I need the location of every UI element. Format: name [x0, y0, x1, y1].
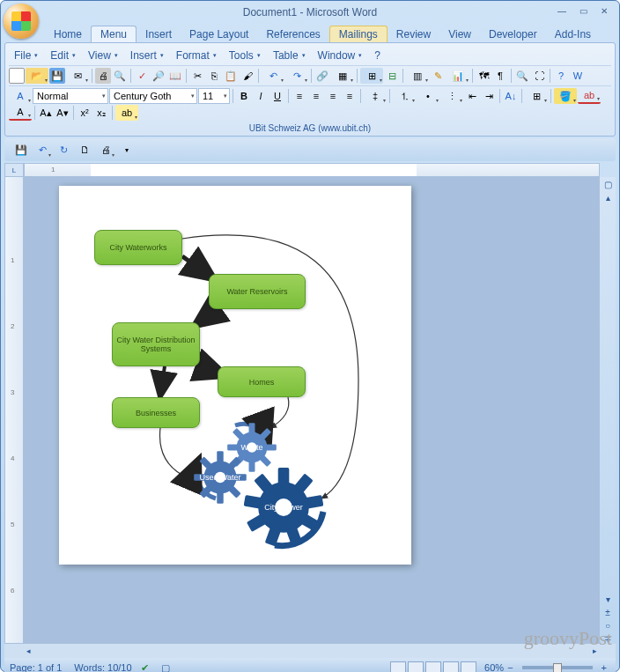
word-help-icon[interactable]: W: [570, 68, 586, 84]
save-icon[interactable]: 💾: [49, 68, 65, 84]
justify-icon[interactable]: ≡: [342, 88, 358, 104]
tab-review[interactable]: Review: [388, 26, 439, 42]
underline-icon[interactable]: U: [269, 88, 285, 104]
horizontal-scrollbar[interactable]: ◂ ▸: [24, 644, 600, 658]
numbered-list-icon[interactable]: ⒈: [393, 88, 416, 104]
menu-file[interactable]: File: [9, 48, 43, 63]
prev-page-icon[interactable]: ±: [605, 608, 610, 617]
research-icon[interactable]: 🔎: [151, 68, 166, 84]
flowbox-water-reservoirs[interactable]: Water Reservoirs: [209, 274, 306, 309]
undo-icon[interactable]: ↶: [262, 68, 284, 84]
excel-icon[interactable]: ⊟: [384, 68, 400, 84]
vertical-scrollbar[interactable]: ▢ ▴ ▾ ± ○ ∓: [600, 177, 616, 644]
columns-icon[interactable]: ▥: [406, 68, 429, 84]
open-icon[interactable]: 📂: [26, 68, 48, 84]
tab-view[interactable]: View: [439, 26, 480, 42]
print-layout-view-icon[interactable]: [390, 661, 406, 672]
align-right-icon[interactable]: ≡: [325, 88, 341, 104]
macro-record-icon[interactable]: ▢: [161, 662, 170, 673]
print-icon[interactable]: 🖨: [95, 68, 111, 84]
menu-format[interactable]: Format: [171, 48, 222, 63]
tab-references[interactable]: References: [257, 26, 328, 42]
gear-city-sewer[interactable]: City Sewer: [244, 468, 323, 547]
style-combo[interactable]: Normal: [33, 88, 108, 104]
decrease-indent-icon[interactable]: ⇤: [464, 88, 480, 104]
close-button[interactable]: ✕: [594, 4, 614, 17]
tab-insert[interactable]: Insert: [137, 26, 181, 42]
document-page[interactable]: City Waterworks Water Reservoirs City Wa…: [59, 186, 411, 565]
zoom-level[interactable]: 60%: [484, 662, 504, 672]
shading-icon[interactable]: 🪣: [554, 88, 577, 104]
align-left-icon[interactable]: ≡: [292, 88, 307, 104]
qat-customize-icon[interactable]: ▾: [117, 141, 137, 159]
highlight-icon[interactable]: ab: [578, 88, 601, 104]
change-case-icon[interactable]: ab: [115, 105, 138, 121]
italic-icon[interactable]: I: [253, 88, 269, 104]
flowbox-distribution[interactable]: City Water Distribution Systems: [112, 322, 200, 366]
mail-icon[interactable]: ✉: [66, 68, 89, 84]
qat-save-icon[interactable]: 💾: [11, 141, 31, 159]
tab-mailings[interactable]: Mailings: [329, 26, 388, 42]
doc-map-icon[interactable]: 🗺: [476, 68, 491, 84]
qat-undo-icon[interactable]: ↶: [33, 141, 52, 159]
tab-home[interactable]: Home: [45, 26, 91, 42]
zoom-out-icon[interactable]: −: [504, 662, 516, 672]
ruler-toggle-icon[interactable]: ▢: [604, 180, 612, 189]
fullscreen-icon[interactable]: ⛶: [531, 68, 547, 84]
horizontal-ruler[interactable]: 1 1 2 3 4 5: [24, 163, 600, 177]
menu-view[interactable]: View: [83, 48, 123, 63]
multilevel-list-icon[interactable]: ⋮: [440, 88, 463, 104]
tab-addins[interactable]: Add-Ins: [546, 26, 600, 42]
status-words[interactable]: Words: 10/10: [74, 662, 131, 672]
font-combo[interactable]: Century Goth: [109, 88, 197, 104]
align-center-icon[interactable]: ≡: [308, 88, 324, 104]
line-spacing-icon[interactable]: ‡: [364, 88, 387, 104]
cut-icon[interactable]: ✂: [189, 68, 205, 84]
chart-icon[interactable]: 📊: [447, 68, 469, 84]
proofing-icon[interactable]: ✔: [141, 662, 149, 673]
table-icon[interactable]: ▦: [331, 68, 354, 84]
help-icon[interactable]: ?: [553, 68, 569, 84]
scroll-up-icon[interactable]: ▴: [606, 193, 610, 203]
format-painter-icon[interactable]: 🖌: [240, 68, 255, 84]
border-icon[interactable]: ⊞: [525, 88, 548, 104]
print-preview-icon[interactable]: 🔍: [112, 68, 128, 84]
menu-tools[interactable]: Tools: [224, 48, 266, 63]
menu-window[interactable]: Window: [313, 48, 368, 63]
flowbox-city-waterworks[interactable]: City Waterworks: [94, 230, 182, 265]
show-marks-icon[interactable]: ¶: [492, 68, 508, 84]
sort-icon[interactable]: A↓: [503, 88, 519, 104]
increase-indent-icon[interactable]: ⇥: [481, 88, 497, 104]
qat-new-icon[interactable]: 🗋: [75, 141, 94, 159]
zoom-icon[interactable]: 🔍: [514, 68, 530, 84]
paste-icon[interactable]: 📋: [223, 68, 239, 84]
draft-view-icon[interactable]: [461, 661, 476, 672]
menu-edit[interactable]: Edit: [45, 48, 81, 63]
redo-icon[interactable]: ↷: [285, 68, 308, 84]
minimize-button[interactable]: ―: [552, 4, 572, 17]
bullet-list-icon[interactable]: •: [417, 88, 439, 104]
web-layout-view-icon[interactable]: [425, 661, 441, 672]
scroll-down-icon[interactable]: ▾: [606, 594, 610, 604]
vertical-ruler[interactable]: 1 2 3 4 5 6: [4, 177, 24, 644]
menu-table[interactable]: Table: [268, 48, 311, 63]
shrink-font-icon[interactable]: A▾: [55, 105, 70, 121]
qat-redo-icon[interactable]: ↻: [54, 141, 73, 159]
font-color-icon[interactable]: A: [9, 105, 32, 121]
tab-menu[interactable]: Menu: [91, 26, 137, 42]
flowbox-businesses[interactable]: Businesses: [112, 397, 200, 428]
document-area[interactable]: City Waterworks Water Reservoirs City Wa…: [24, 177, 600, 644]
new-doc-icon[interactable]: [9, 68, 25, 84]
drawing-icon[interactable]: ✎: [430, 68, 446, 84]
zoom-in-icon[interactable]: +: [598, 662, 610, 672]
subscript-icon[interactable]: x₂: [93, 105, 109, 121]
hyperlink-icon[interactable]: 🔗: [314, 68, 330, 84]
scroll-left-icon[interactable]: ◂: [24, 646, 33, 655]
tab-page-layout[interactable]: Page Layout: [181, 26, 257, 42]
outline-view-icon[interactable]: [443, 661, 459, 672]
menu-insert[interactable]: Insert: [125, 48, 169, 63]
grow-font-icon[interactable]: A▴: [38, 105, 54, 121]
flowbox-homes[interactable]: Homes: [218, 366, 306, 397]
menu-help[interactable]: ?: [369, 48, 389, 63]
fullscreen-reading-view-icon[interactable]: [408, 661, 424, 672]
